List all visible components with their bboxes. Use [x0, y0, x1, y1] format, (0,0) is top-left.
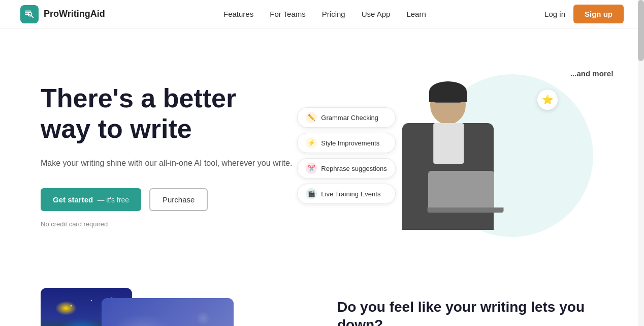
free-label: — it's free	[97, 196, 129, 204]
nav-link-learn[interactable]: Learn	[406, 10, 426, 18]
section-two-content: Do you feel like your writing lets you d…	[337, 288, 603, 326]
pill-style: ⚡ Style Improvements	[297, 133, 395, 153]
hero-buttons: Get started — it's free Purchase	[41, 188, 292, 211]
signup-button[interactable]: Sign up	[573, 5, 624, 23]
hero-title-line1: There's a better	[41, 83, 236, 113]
hero-content: There's a better way to write Make your …	[41, 83, 292, 227]
hero-illustration: ...and more! ✏️ Grammar Checking ⚡	[292, 59, 624, 252]
pill-training-label: Live Training Events	[321, 190, 380, 198]
get-started-label: Get started	[53, 195, 93, 204]
feature-pills: ✏️ Grammar Checking ⚡ Style Improvements…	[297, 107, 395, 204]
section-two: My idea in my head Do you feel like your…	[0, 273, 644, 326]
login-button[interactable]: Log in	[544, 10, 565, 18]
no-credit-text: No credit card required	[41, 220, 292, 228]
pill-rephrase: ✂️ Rephrase suggestions	[297, 158, 395, 179]
grammar-icon: ✏️	[306, 112, 317, 123]
pill-training: 🎬 Live Training Events	[297, 184, 395, 204]
nav-link-for-teams[interactable]: For Teams	[270, 10, 306, 18]
training-icon: 🎬	[306, 188, 317, 199]
nav-links: Features For Teams Pricing Use App Learn	[223, 10, 426, 19]
logo[interactable]: ProWritingAid	[20, 5, 105, 23]
hero-title: There's a better way to write	[41, 83, 292, 144]
pill-grammar: ✏️ Grammar Checking	[297, 107, 395, 128]
nav-link-features[interactable]: Features	[223, 10, 253, 18]
pill-style-label: Style Improvements	[321, 139, 379, 147]
rephrase-icon: ✂️	[306, 163, 317, 174]
purchase-button[interactable]: Purchase	[149, 188, 208, 211]
svg-rect-2	[25, 14, 30, 15]
svg-rect-0	[25, 10, 31, 11]
painting-cards: My idea in my head	[41, 288, 223, 326]
hero-subtitle: Make your writing shine with our all-in-…	[41, 157, 292, 170]
section-two-image: My idea in my head	[41, 288, 307, 326]
nav-link-use-app[interactable]: Use App	[362, 10, 391, 18]
scrollbar[interactable]	[638, 0, 644, 326]
nav-actions: Log in Sign up	[544, 5, 624, 23]
section-two-title: Do you feel like your writing lets you d…	[337, 298, 603, 326]
hero-person	[387, 69, 509, 242]
navbar: ProWritingAid Features For Teams Pricing…	[0, 0, 644, 28]
pill-rephrase-label: Rephrase suggestions	[321, 165, 387, 172]
hero-title-line2: way to write	[41, 114, 192, 143]
brand-name: ProWritingAid	[44, 9, 105, 19]
scrollbar-thumb[interactable]	[638, 0, 644, 61]
hero-section: There's a better way to write Make your …	[0, 28, 644, 273]
star-badge: ⭐	[537, 90, 558, 110]
nav-link-pricing[interactable]: Pricing	[322, 10, 345, 18]
style-icon: ⚡	[306, 137, 317, 149]
card-front	[102, 298, 234, 326]
pill-grammar-label: Grammar Checking	[321, 114, 378, 122]
card-front-pattern	[102, 298, 234, 326]
get-started-button[interactable]: Get started — it's free	[41, 188, 141, 211]
logo-icon	[20, 5, 39, 23]
more-tag: ...and more!	[570, 69, 614, 78]
